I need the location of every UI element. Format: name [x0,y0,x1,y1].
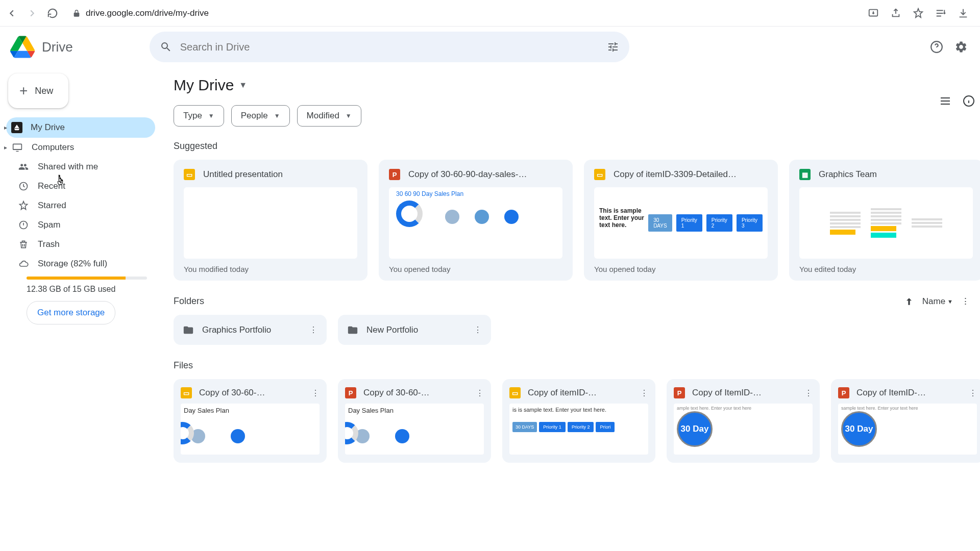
chevron-down-icon: ▼ [947,298,953,305]
suggested-card[interactable]: ▦Graphics Team You edited today [789,160,980,281]
list-view-icon[interactable] [939,95,951,107]
thumbnail [799,187,973,259]
more-icon[interactable]: ⋮ [311,388,320,398]
install-icon[interactable] [868,8,879,19]
thumbnail: Day Sales Plan [181,404,320,455]
chevron-right-icon: ▸ [4,124,7,131]
suggested-row: ▭Untitled presentation You modified toda… [174,160,980,281]
sheets-icon: ▦ [799,169,811,180]
tune-icon[interactable] [607,41,619,53]
sidebar-item-label: Trash [38,239,60,249]
slides-icon: ▭ [509,387,521,398]
search-input[interactable] [180,41,599,53]
info-icon[interactable] [963,95,975,107]
file-item[interactable]: ▭Copy of 30-60-…⋮ Day Sales Plan [174,379,327,463]
reload-button[interactable] [47,8,58,19]
suggested-card[interactable]: PCopy of 30-60-90-day-sales-… 30 60 90 D… [379,160,573,281]
powerpoint-icon: P [389,169,400,180]
sidebar-item-shared[interactable]: Shared with me [6,157,155,177]
more-icon[interactable]: ⋮ [961,296,970,307]
recent-icon [17,181,30,191]
header-actions [930,40,970,54]
sidebar-item-label: Shared with me [38,162,98,172]
slides-icon: ▭ [594,169,605,180]
star-icon [17,201,30,211]
sidebar-item-label: Spam [38,220,60,230]
new-button[interactable]: + New [8,73,68,108]
suggested-card[interactable]: ▭Untitled presentation You modified toda… [174,160,368,281]
sidebar-item-trash[interactable]: Trash [6,235,155,254]
thumbnail: This is sample text. Enter your text her… [594,187,768,259]
app-name: Drive [42,39,73,55]
browser-toolbar: drive.google.com/drive/my-drive [0,0,980,27]
filter-people[interactable]: People▼ [231,105,290,127]
bookmark-icon[interactable] [913,8,924,19]
url-text: drive.google.com/drive/my-drive [86,8,209,18]
plus-icon: + [19,84,28,98]
svg-rect-2 [13,144,22,149]
sidebar-item-my-drive[interactable]: ▸ My Drive [6,117,155,138]
sidebar-item-computers[interactable]: ▸ Computers [6,138,155,157]
get-storage-button[interactable]: Get more storage [27,301,115,324]
new-button-label: New [35,86,53,96]
section-suggested: Suggested [174,141,980,152]
folder-icon [347,324,358,336]
slides-icon: ▭ [181,387,192,398]
powerpoint-icon: P [345,387,356,398]
more-icon[interactable]: ⋮ [476,388,484,398]
storage-bar [27,277,147,280]
chevron-down-icon: ▼ [208,112,214,119]
trash-icon [17,239,30,249]
thumbnail [184,187,357,259]
more-icon[interactable]: ⋮ [307,323,320,337]
chevron-down-icon: ▼ [274,112,280,119]
back-button[interactable] [6,8,17,19]
address-bar[interactable]: drive.google.com/drive/my-drive [72,8,859,18]
drive-logo-icon[interactable] [10,35,35,59]
powerpoint-icon: P [674,387,685,398]
filter-type[interactable]: Type▼ [174,105,224,127]
folder-item[interactable]: New Portfolio ⋮ [338,315,491,345]
sidebar-item-label: My Drive [31,122,65,133]
drive-icon [11,122,22,133]
file-item[interactable]: PCopy of ItemID-…⋮ sample text here. Ent… [831,379,980,463]
file-item[interactable]: PCopy of 30-60-…⋮ Day Sales Plan [338,379,491,463]
sort-controls: Name▼ ⋮ [904,296,970,307]
breadcrumb[interactable]: My Drive ▼ [174,77,980,94]
chevron-right-icon: ▸ [4,144,7,151]
sort-by-button[interactable]: Name▼ [922,296,953,307]
more-icon[interactable]: ⋮ [969,388,977,398]
chevron-down-icon: ▼ [239,81,247,90]
sidebar-item-label: Computers [32,142,74,153]
more-icon[interactable]: ⋮ [472,323,484,337]
search-bar[interactable] [150,32,629,62]
content-area: My Drive ▼ Type▼ People▼ Modified▼ Sugge… [163,67,980,551]
sidebar-item-storage[interactable]: Storage (82% full) [6,254,155,273]
forward-button[interactable] [27,8,38,19]
more-icon[interactable]: ⋮ [804,388,813,398]
folder-icon [183,324,194,336]
more-icon[interactable]: ⋮ [640,388,648,398]
reading-list-icon[interactable] [935,8,946,19]
thumbnail: ample text here. Enter your text here30 … [674,404,813,455]
computers-icon [11,142,23,153]
filter-modified[interactable]: Modified▼ [297,105,361,127]
help-icon[interactable] [930,40,943,54]
sidebar-item-spam[interactable]: Spam [6,215,155,235]
view-actions [939,95,975,107]
search-icon [160,41,172,53]
lock-icon [72,9,81,17]
share-icon[interactable] [890,8,901,19]
sidebar-item-recent[interactable]: Recent [6,177,155,196]
folder-item[interactable]: Graphics Portfolio ⋮ [174,315,327,345]
sort-direction-button[interactable] [904,296,914,307]
spam-icon [17,220,30,230]
download-icon[interactable] [958,8,969,19]
sidebar-item-starred[interactable]: Starred [6,196,155,215]
sidebar: + New ▸ My Drive ▸ Computers Shared with… [0,67,163,551]
suggested-card[interactable]: ▭Copy of itemID-3309-Detailed… This is s… [584,160,778,281]
file-item[interactable]: PCopy of ItemID-…⋮ ample text here. Ente… [667,379,820,463]
file-item[interactable]: ▭Copy of itemID-…⋮ is is sample text. En… [502,379,655,463]
settings-icon[interactable] [954,40,968,54]
shared-icon [17,162,30,172]
